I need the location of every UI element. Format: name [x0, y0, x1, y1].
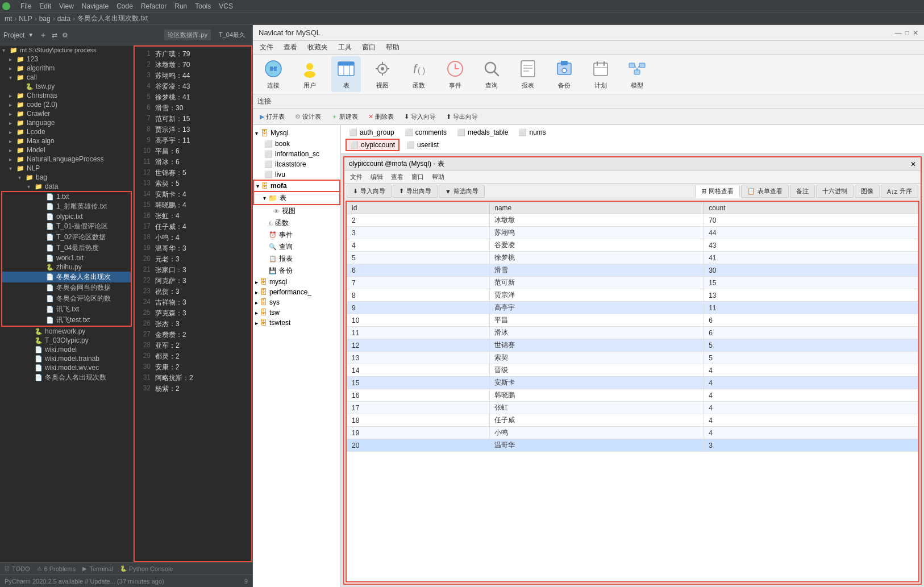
tool-user[interactable]: 用户	[295, 56, 324, 92]
tree-item-t03[interactable]: 🐍 T_03Olypic.py	[0, 336, 133, 345]
problems-btn[interactable]: ⚠ 6 Problems	[37, 565, 76, 572]
tree-item-code[interactable]: ▸ 📁 code (2.0)	[0, 100, 133, 109]
db-backup-folder[interactable]: 💾 备份	[253, 265, 340, 277]
tree-item-olypic[interactable]: 📄 olypic.txt	[2, 212, 131, 221]
tree-item-language[interactable]: ▸ 📁 language	[0, 118, 133, 127]
table-row[interactable]: 16 韩晓鹏 4	[347, 389, 918, 402]
terminal-btn[interactable]: ▶ Terminal	[82, 565, 113, 572]
table-row[interactable]: 9 高亭宇 11	[347, 302, 918, 314]
table-auth-group[interactable]: ⬜ auth_group	[346, 127, 398, 138]
todo-btn[interactable]: ☑ TODO	[5, 565, 30, 572]
tree-item-winter-names[interactable]: 📄 冬奥会人名出现次数	[0, 372, 133, 383]
path-data[interactable]: data	[57, 15, 70, 23]
tree-item-wiki-vec[interactable]: 📄 wiki.model.wv.vec	[0, 363, 133, 372]
menu-vcs[interactable]: VCS	[215, 1, 236, 11]
tree-item-maxalgo[interactable]: ▸ 📁 Max algo	[0, 136, 133, 145]
tree-item-wiki-model[interactable]: 📄 wiki.model	[0, 345, 133, 354]
tree-item-crawler[interactable]: ▸ 📁 Crawler	[0, 109, 133, 118]
table-row[interactable]: 12 世锦赛 5	[347, 339, 918, 352]
menu-edit[interactable]: Edit	[36, 1, 55, 11]
table-row[interactable]: 17 张虹 4	[347, 402, 918, 414]
tool-schedule[interactable]: 计划	[586, 56, 615, 92]
tree-item-t04[interactable]: 📄 T_04最后热度	[2, 243, 131, 253]
db-tswtest[interactable]: ▸ 🗄 tswtest	[253, 318, 340, 328]
python-console-btn[interactable]: 🐍 Python Console	[120, 565, 173, 572]
tab-grid[interactable]: ⊞ 网格查看	[695, 185, 740, 198]
inner-menu-view[interactable]: 查看	[388, 172, 407, 182]
table-row[interactable]: 6 滑雪 30	[347, 264, 918, 277]
tree-item-winter-count[interactable]: 📄 冬奥会人名出现次	[2, 272, 131, 282]
tree-item-winter-comments[interactable]: 📄 冬奥会评论区的数	[2, 293, 131, 304]
inner-menu-help[interactable]: 帮助	[428, 172, 448, 182]
tree-item-wiki-trainab[interactable]: 📄 wiki.model.trainab	[0, 354, 133, 363]
tree-item-christmas[interactable]: ▸ 📁 Christmas	[0, 91, 133, 100]
btn-export[interactable]: ⬆ 导出向导	[442, 111, 482, 122]
btn-delete-table[interactable]: ✕ 删除表	[364, 111, 398, 122]
table-row[interactable]: 19 小鸣 4	[347, 427, 918, 439]
tree-item-nlp[interactable]: ▾ 📁 NLP	[0, 164, 133, 173]
table-row[interactable]: 4 谷爱凌 43	[347, 239, 918, 252]
nav-menu-file[interactable]: 文件	[255, 41, 278, 53]
table-row[interactable]: 15 安斯卡 4	[347, 377, 918, 389]
btn-import[interactable]: ⬇ 导入向导	[399, 111, 440, 122]
toolbar-settings[interactable]: ⚙	[62, 31, 68, 39]
nav-menu-tools[interactable]: 工具	[334, 41, 356, 53]
tree-item-xunfei[interactable]: 📄 讯飞.txt	[2, 304, 131, 315]
menu-code[interactable]: Code	[113, 1, 136, 11]
db-event-folder[interactable]: ⏰ 事件	[253, 229, 340, 241]
path-mt[interactable]: mt	[5, 15, 12, 23]
tree-item-call[interactable]: ▾ 📁 call	[0, 73, 133, 82]
table-nums[interactable]: ⬜ nums	[515, 127, 549, 138]
tree-item-tsw[interactable]: 🐍 tsw.py	[0, 82, 133, 91]
menu-file[interactable]: File	[17, 1, 35, 11]
db-book[interactable]: ⬜ book	[253, 139, 340, 149]
tab-import[interactable]: ⬇ 导入向导	[347, 185, 392, 198]
tab-notes[interactable]: 备注	[790, 185, 815, 198]
tab-export[interactable]: ⬆ 导出向导	[393, 185, 438, 198]
db-information[interactable]: ⬜ information_sc	[253, 149, 340, 159]
nav-menu-window[interactable]: 窗口	[357, 41, 380, 53]
table-row[interactable]: 10 平昌 6	[347, 314, 918, 327]
tree-item-zhihu[interactable]: 🐍 zhihu.py	[2, 263, 131, 272]
tree-item-xunfei-test[interactable]: 📄 讯飞test.txt	[2, 315, 131, 326]
table-comments[interactable]: ⬜ comments	[401, 127, 450, 138]
table-row[interactable]: 13 索契 5	[347, 352, 918, 364]
db-view-folder[interactable]: 👁 视图	[253, 205, 340, 217]
table-medals[interactable]: ⬜ medals_table	[453, 127, 511, 138]
path-bag[interactable]: bag	[39, 15, 51, 23]
table-row[interactable]: 7 范可新 15	[347, 277, 918, 289]
table-row[interactable]: 18 任子威 4	[347, 414, 918, 427]
minimize-btn[interactable]: —	[895, 29, 902, 37]
maximize-btn[interactable]: □	[905, 29, 909, 37]
tree-item-t02[interactable]: 📄 T_02评论区数据	[2, 232, 131, 243]
tree-item-model[interactable]: ▸ 📁 Model	[0, 145, 133, 155]
db-query-folder[interactable]: 🔍 查询	[253, 241, 340, 253]
table-row[interactable]: 3 苏翊鸣 44	[347, 227, 918, 239]
tool-function[interactable]: f( ) 函数	[404, 56, 434, 92]
btn-open-table[interactable]: ▶ 打开表	[255, 111, 289, 122]
db-performance[interactable]: ▸ 🗄 performance_	[253, 287, 340, 297]
tree-item-bag[interactable]: ▾ 📁 bag	[0, 173, 133, 182]
tool-backup[interactable]: 备份	[550, 56, 579, 92]
db-mofa[interactable]: ▾ 🗄 mofa	[253, 180, 340, 192]
tree-item-nlp-proc[interactable]: ▸ 📁 NaturalLanguageProcess	[0, 155, 133, 164]
menu-view[interactable]: View	[56, 1, 77, 11]
tree-item-data[interactable]: ▾ 📁 data	[0, 182, 133, 191]
menu-navigate[interactable]: Navigate	[78, 1, 112, 11]
db-livu[interactable]: ⬜ livu	[253, 169, 340, 180]
tree-item-work1[interactable]: 📄 work1.txt	[2, 253, 131, 263]
db-mysql[interactable]: ▾ 🗄 Mysql	[253, 127, 340, 139]
tool-view[interactable]: 视图	[368, 56, 397, 92]
menu-tools[interactable]: Tools	[192, 1, 214, 11]
tab-filter[interactable]: ▼ 筛选向导	[439, 185, 485, 198]
tree-item-1txt[interactable]: 📄 1.txt	[2, 192, 131, 201]
toolbar-add[interactable]: ＋	[39, 30, 47, 40]
menu-refactor[interactable]: Refactor	[138, 1, 170, 11]
table-row[interactable]: 8 贾宗洋 13	[347, 289, 918, 302]
tree-item-t01[interactable]: 📄 T_01-造假评论区	[2, 221, 131, 232]
inner-close-btn[interactable]: ✕	[910, 160, 916, 168]
table-olypiccount[interactable]: ⬜ olypiccount	[346, 139, 399, 151]
toolbar-sync[interactable]: ⇄	[52, 31, 57, 39]
tab-form[interactable]: 📋 表单查看	[741, 185, 789, 198]
tree-item-123[interactable]: ▸ 📁 123	[0, 55, 133, 64]
